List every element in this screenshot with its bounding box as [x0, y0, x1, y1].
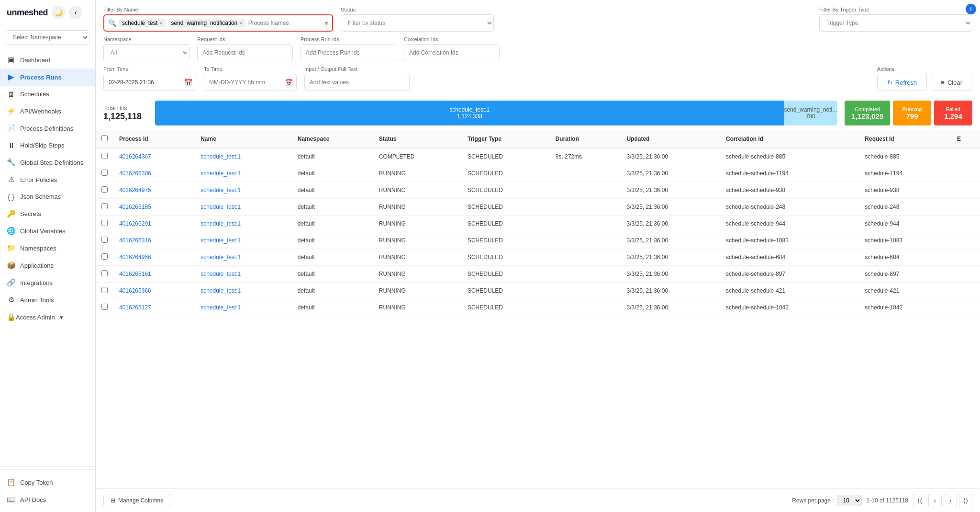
row-checkbox-5[interactable] — [101, 237, 108, 243]
row-checkbox-9[interactable] — [101, 304, 108, 310]
process-id-cell[interactable]: 4016264956 — [113, 249, 195, 266]
namespace-filter-select[interactable]: All — [103, 44, 189, 61]
select-all-checkbox[interactable] — [101, 135, 108, 141]
namespace-select[interactable]: Select Namespace — [6, 30, 89, 45]
name-cell[interactable]: schedule_test:1 — [195, 283, 292, 299]
sidebar-item-integrations[interactable]: 🔗Integrations — [0, 274, 95, 291]
sidebar-item-applications[interactable]: 📦Applications — [0, 257, 95, 274]
row-checkbox-cell[interactable] — [96, 199, 113, 216]
process-id-cell[interactable]: 4016265366 — [113, 283, 195, 299]
from-time-calendar-icon[interactable]: 📅 — [184, 79, 192, 86]
status-select[interactable]: Filter by status — [341, 14, 494, 32]
sidebar-item-global-step-definitions[interactable]: 🔧Global Step Definitions — [0, 154, 95, 171]
name-cell[interactable]: schedule_test:1 — [195, 266, 292, 283]
row-checkbox-8[interactable] — [101, 287, 108, 293]
refresh-button[interactable]: ↻ Refresh — [877, 74, 927, 91]
table-row: 4016266316 schedule_test:1 default RUNNI… — [96, 232, 980, 249]
process-id-cell[interactable]: 4016265127 — [113, 299, 195, 316]
running-badge: Running 799 — [893, 101, 931, 125]
name-cell[interactable]: schedule_test:1 — [195, 148, 292, 165]
nav-icon-api-webhooks: ⚡ — [7, 107, 15, 115]
name-cell[interactable]: schedule_test:1 — [195, 299, 292, 316]
row-checkbox-3[interactable] — [101, 203, 108, 209]
process-names-dropdown-icon[interactable]: ▾ — [325, 20, 328, 27]
process-id-cell[interactable]: 4016266306 — [113, 165, 195, 182]
row-checkbox-cell[interactable] — [96, 299, 113, 316]
sidebar-item-error-policies[interactable]: ⚠Error Policies — [0, 171, 95, 188]
correlation-ids-input[interactable] — [404, 44, 500, 61]
row-checkbox-cell[interactable] — [96, 283, 113, 299]
row-checkbox-cell[interactable] — [96, 148, 113, 165]
full-text-input[interactable] — [304, 74, 410, 91]
name-cell[interactable]: schedule_test:1 — [195, 199, 292, 216]
manage-columns-button[interactable]: ⊞ Manage Columns — [103, 494, 170, 507]
trigger-type-select[interactable]: Trigger Type — [819, 14, 972, 32]
row-checkbox-7[interactable] — [101, 270, 108, 276]
row-checkbox-cell[interactable] — [96, 182, 113, 199]
name-cell[interactable]: schedule_test:1 — [195, 232, 292, 249]
row-checkbox-cell[interactable] — [96, 232, 113, 249]
sidebar-collapse-button[interactable]: ‹ — [69, 6, 82, 19]
request-ids-input[interactable] — [197, 44, 293, 61]
sidebar-item-process-runs[interactable]: ▶Process Runs — [0, 68, 95, 86]
to-time-input[interactable] — [204, 74, 297, 91]
sidebar: unmeshed 🌙 ‹ Select Namespace ▣Dashboard… — [0, 0, 96, 512]
to-time-calendar-icon[interactable]: 📅 — [285, 79, 293, 86]
sidebar-item-dashboard[interactable]: ▣Dashboard — [0, 51, 95, 68]
status-badges: Completed 1,123,025 Running 799 Failed 1… — [845, 101, 972, 125]
updated-cell: 3/3/25, 21:36:00 — [621, 216, 720, 232]
sidebar-item-hold-skip-steps[interactable]: ⏸Hold/Skip Steps — [0, 137, 95, 154]
process-id-cell[interactable]: 4016265185 — [113, 199, 195, 216]
process-id-cell[interactable]: 4016264367 — [113, 148, 195, 165]
row-checkbox-6[interactable] — [101, 253, 108, 260]
sidebar-item-namespaces[interactable]: 📁Namespaces — [0, 239, 95, 257]
name-cell[interactable]: schedule_test:1 — [195, 216, 292, 232]
status-label: Status — [341, 7, 494, 12]
row-checkbox-4[interactable] — [101, 220, 108, 226]
process-names-input[interactable] — [248, 20, 320, 26]
search-icon: 🔍 — [108, 19, 116, 27]
filter-name-box[interactable]: 🔍 schedule_test × send_warning_notificat… — [103, 14, 333, 32]
from-time-input[interactable] — [103, 74, 196, 91]
process-id-cell[interactable]: 4016266316 — [113, 232, 195, 249]
process-run-ids-input[interactable] — [301, 44, 396, 61]
sidebar-item-global-variables[interactable]: 🌐Global Variables — [0, 222, 95, 239]
first-page-button[interactable]: ⟨⟨ — [913, 494, 926, 507]
process-id-cell[interactable]: 4016266291 — [113, 216, 195, 232]
remove-tag-send-warning[interactable]: × — [239, 20, 242, 26]
status-cell: RUNNING — [373, 249, 462, 266]
sidebar-item-json-schemas[interactable]: { }Json Schemas — [0, 188, 95, 205]
sidebar-item-admin-tools[interactable]: ⚙Admin Tools — [0, 291, 95, 308]
theme-toggle-button[interactable]: 🌙 — [52, 6, 65, 19]
sidebar-item-access-admin[interactable]: 🔒Access Admin▾ — [0, 308, 95, 326]
namespace-cell: default — [292, 283, 373, 299]
nav-label-global-variables: Global Variables — [20, 228, 65, 235]
row-checkbox-cell[interactable] — [96, 165, 113, 182]
remove-tag-schedule-test[interactable]: × — [159, 20, 162, 26]
next-page-button[interactable]: › — [944, 494, 957, 507]
row-checkbox-cell[interactable] — [96, 216, 113, 232]
sidebar-item-api-docs[interactable]: 📖API Docs — [0, 491, 95, 508]
name-cell[interactable]: schedule_test:1 — [195, 182, 292, 199]
sidebar-item-schedules[interactable]: 🗓Schedules — [0, 86, 95, 102]
namespace-selector[interactable]: Select Namespace — [6, 30, 89, 45]
name-cell[interactable]: schedule_test:1 — [195, 165, 292, 182]
row-checkbox-2[interactable] — [101, 186, 108, 193]
row-checkbox-cell[interactable] — [96, 266, 113, 283]
sidebar-divider — [0, 466, 95, 466]
process-id-cell[interactable]: 4016265161 — [113, 266, 195, 283]
rows-per-page-select[interactable]: 10 — [837, 495, 862, 506]
row-checkbox-cell[interactable] — [96, 249, 113, 266]
row-checkbox-0[interactable] — [101, 153, 108, 159]
sidebar-item-process-definitions[interactable]: 📄Process Definitions — [0, 120, 95, 137]
process-id-cell[interactable]: 4016264975 — [113, 182, 195, 199]
row-checkbox-1[interactable] — [101, 170, 108, 176]
last-page-button[interactable]: ⟩⟩ — [959, 494, 972, 507]
sidebar-item-secrets[interactable]: 🔑Secrets — [0, 205, 95, 222]
nav-label-copy-token: Copy Token — [20, 479, 53, 486]
name-cell[interactable]: schedule_test:1 — [195, 249, 292, 266]
prev-page-button[interactable]: ‹ — [928, 494, 942, 507]
sidebar-item-copy-token[interactable]: 📋Copy Token — [0, 474, 95, 491]
sidebar-item-api-webhooks[interactable]: ⚡API/Webhooks — [0, 102, 95, 120]
clear-button[interactable]: ≡ Clear — [931, 74, 972, 91]
